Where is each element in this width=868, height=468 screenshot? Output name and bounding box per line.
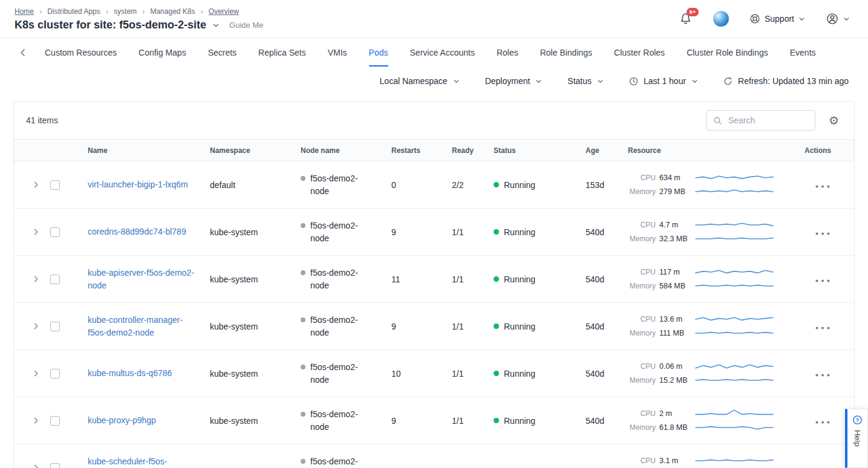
pod-name-link[interactable]: virt-launcher-bigip-1-lxq6m [88, 178, 188, 190]
row-actions-button[interactable] [815, 374, 830, 377]
search-icon [713, 116, 722, 125]
breadcrumb-item-system[interactable]: system [114, 7, 137, 16]
expand-row-chevron-icon[interactable] [32, 181, 40, 189]
expand-row-chevron-icon[interactable] [32, 322, 40, 330]
help-button[interactable]: ? Help [845, 409, 868, 468]
status-dot-icon [494, 418, 499, 423]
tab-events[interactable]: Events [790, 38, 816, 67]
refresh-label: Refresh: Updated 13 min ago [738, 76, 849, 86]
breadcrumb-item-distributed-apps[interactable]: Distributed Apps [47, 7, 100, 16]
ellipsis-icon [815, 327, 830, 330]
ready-cell: 1/1 [440, 369, 481, 379]
restarts-cell: 9 [379, 227, 440, 237]
status-dot-icon [494, 229, 499, 235]
row-checkbox[interactable] [50, 369, 60, 379]
node-dot-icon [301, 223, 305, 228]
status-filter-dropdown[interactable]: Status [567, 76, 604, 86]
account-menu[interactable] [826, 12, 850, 25]
user-account-icon [826, 12, 839, 25]
row-checkbox[interactable] [50, 227, 60, 237]
title-chevron-down-icon[interactable] [212, 22, 220, 29]
status-cell: Running [481, 180, 573, 190]
resource-cell: CPU 13.6 m Memory 111 MB [616, 314, 792, 339]
tab-custom-resources[interactable]: Custom Resources [45, 38, 117, 67]
ready-cell: 1/1 [440, 275, 481, 284]
deployment-filter-dropdown[interactable]: Deployment [485, 76, 543, 86]
deployment-filter-label: Deployment [485, 76, 530, 86]
breadcrumb-item-overview[interactable]: Overview [209, 7, 239, 16]
pod-name-link[interactable]: coredns-88d99dc74-bl789 [88, 226, 186, 238]
title-row: K8s cluster for site: f5os-demo-2-site G… [15, 19, 263, 32]
row-checkbox[interactable] [50, 416, 60, 426]
expand-row-chevron-icon[interactable] [32, 369, 40, 377]
pod-name-link[interactable]: kube-proxy-p9hgp [88, 414, 156, 426]
expand-row-chevron-icon[interactable] [32, 275, 40, 283]
refresh-button[interactable]: Refresh: Updated 13 min ago [723, 76, 849, 86]
svg-text:?: ? [856, 417, 860, 423]
tab-cluster-roles[interactable]: Cluster Roles [614, 38, 665, 67]
cpu-value: 13.6 m [659, 314, 694, 324]
row-checkbox[interactable] [50, 322, 60, 331]
notifications-button[interactable]: 9+ [679, 12, 693, 26]
ready-cell: 1/1 [440, 416, 481, 426]
help-label: Help [853, 430, 862, 447]
pod-name-link[interactable]: kube-scheduler-f5os-demo2-node [88, 455, 194, 468]
workspace-avatar[interactable] [713, 11, 729, 27]
memory-sparkline-chart [694, 375, 774, 386]
breadcrumb-item-managed-k8s[interactable]: Managed K8s [150, 7, 195, 16]
resource-cell: CPU 117 m Memory 584 MB [616, 267, 792, 291]
row-actions-button[interactable] [815, 232, 830, 235]
status-cell: Running [481, 322, 573, 331]
breadcrumb-item-home[interactable]: Home [15, 7, 34, 16]
row-checkbox[interactable] [50, 463, 60, 468]
cpu-value: 2 m [659, 409, 694, 418]
node-name-text: f5os-demo2-node [310, 361, 371, 386]
tab-cluster-role-bindings[interactable]: Cluster Role Bindings [687, 38, 768, 67]
node-name-cell: f5os-demo2-node [289, 408, 379, 433]
search-box [706, 110, 815, 131]
node-name-cell: f5os-demo2-node [289, 314, 379, 339]
tab-role-bindings[interactable]: Role Bindings [540, 38, 592, 67]
tab-vmis[interactable]: VMIs [328, 38, 347, 67]
resource-cell: CPU 2 m Memory 61.8 MB [616, 408, 792, 433]
column-header-node-name: Node name [289, 146, 379, 155]
table-row: kube-apiserver-f5os-demo2-node kube-syst… [14, 256, 854, 303]
tab-service-accounts[interactable]: Service Accounts [410, 38, 475, 67]
guide-me-link[interactable]: Guide Me [229, 21, 263, 30]
search-input[interactable] [727, 115, 809, 126]
tab-roles[interactable]: Roles [497, 38, 518, 67]
row-actions-button[interactable] [815, 327, 830, 330]
pod-name-link[interactable]: kube-controller-manager-f5os-demo2-node [88, 314, 194, 339]
namespace-cell: kube-system [198, 369, 289, 379]
pod-name-link[interactable]: kube-multus-ds-q6786 [88, 367, 172, 379]
tabs-scroll-left-chevron-icon[interactable] [18, 38, 28, 67]
support-icon [749, 13, 760, 24]
pod-name-link[interactable]: kube-apiserver-f5os-demo2-node [88, 267, 194, 291]
table-settings-gear-icon[interactable]: ⚙ [829, 115, 839, 126]
namespace-filter-dropdown[interactable]: Local Namespace [380, 76, 460, 86]
memory-label: Memory [628, 187, 656, 196]
tab-replica-sets[interactable]: Replica Sets [258, 38, 306, 67]
expand-row-chevron-icon[interactable] [32, 228, 40, 236]
row-actions-button[interactable] [815, 279, 830, 282]
memory-label: Memory [628, 423, 656, 432]
cpu-sparkline-chart [694, 361, 774, 372]
memory-value: 111 MB [659, 328, 694, 338]
row-actions-button[interactable] [815, 421, 830, 424]
tab-pods[interactable]: Pods [369, 38, 388, 67]
tab-secrets[interactable]: Secrets [208, 38, 237, 67]
column-header-age: Age [573, 146, 616, 155]
row-actions-button[interactable] [815, 185, 830, 188]
age-cell: 540d [573, 227, 616, 237]
row-checkbox[interactable] [50, 180, 60, 190]
column-header-ready: Ready [440, 146, 481, 155]
node-name-text: f5os-demo2-node [310, 172, 371, 197]
page-title: K8s cluster for site: f5os-demo-2-site [15, 19, 206, 32]
tab-config-maps[interactable]: Config Maps [139, 38, 186, 67]
support-menu[interactable]: Support [749, 13, 805, 24]
time-range-filter-dropdown[interactable]: Last 1 hour [629, 76, 698, 86]
expand-row-chevron-icon[interactable] [32, 417, 40, 424]
expand-row-chevron-icon[interactable] [32, 464, 40, 468]
row-checkbox[interactable] [50, 275, 60, 284]
ellipsis-icon [815, 421, 830, 424]
